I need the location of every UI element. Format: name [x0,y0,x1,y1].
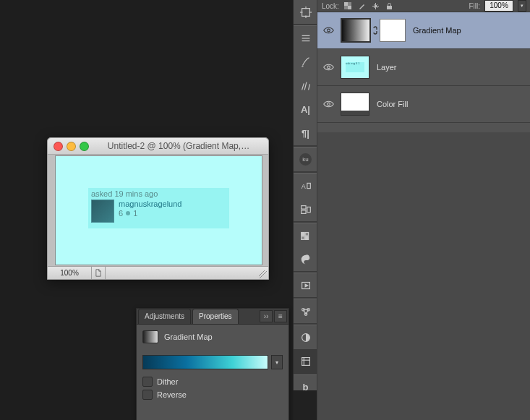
tab-adjustments[interactable]: Adjustments [138,309,191,324]
lock-position-icon[interactable] [371,1,380,11]
svg-text:A: A [301,182,305,189]
document-window: Untitled-2 @ 100% (Gradient Map,… asked … [47,137,269,280]
svg-rect-12 [307,207,310,212]
para-styles-icon[interactable] [294,197,317,221]
kuler-icon[interactable]: ku [294,147,317,171]
link-icon[interactable] [372,26,378,35]
panel-menu-icon[interactable]: ≡ [274,310,287,322]
badge-count: 1 [133,209,137,218]
adjustments-icon[interactable] [294,325,317,349]
window-titlebar[interactable]: Untitled-2 @ 100% (Gradient Map,… [48,138,268,155]
layer-thumb-icon[interactable] [341,93,369,116]
gradient-dropdown[interactable]: ▾ [271,355,283,369]
status-bar: 100% [48,266,268,279]
document-info-icon[interactable] [92,267,106,279]
layer-name[interactable]: Layer [377,63,397,72]
character-panel-icon[interactable]: A| [294,98,317,121]
layer-thumb-icon[interactable] [341,18,371,43]
layer-row[interactable]: Color Fill [317,86,530,123]
svg-point-34 [327,29,330,32]
collapse-icon[interactable]: ›› [260,310,273,322]
layer-row[interactable]: Gradient Map [317,12,530,49]
brushes-panel-icon[interactable] [294,74,317,98]
fill-input[interactable]: 100% [484,0,513,12]
svg-marker-18 [305,284,308,287]
svg-rect-32 [344,6,348,9]
properties-title: Gradient Map [164,333,213,341]
user-card: asked 19 mins ago magnuskragelund 6 1 [88,188,229,228]
behance-icon[interactable]: b [294,375,317,399]
resize-grip-icon[interactable] [259,270,267,278]
svg-rect-16 [305,236,309,239]
properties-panel: Adjustments Properties ›› ≡ Gradient Map… [136,308,289,420]
minimize-icon[interactable] [67,142,76,151]
svg-rect-13 [301,232,304,236]
svg-point-35 [327,66,330,69]
lock-label: Lock: [322,2,339,10]
badge-dot-icon [126,211,130,215]
lock-transparency-icon[interactable] [343,1,353,11]
layers-empty-area[interactable] [317,132,530,420]
paragraph-panel-icon[interactable]: ¶| [294,121,317,145]
svg-rect-31 [348,2,351,6]
zoom-icon[interactable] [80,142,89,151]
char-styles-icon[interactable]: A [294,173,317,197]
svg-rect-9 [307,183,310,188]
svg-rect-29 [344,2,348,6]
visibility-toggle[interactable] [317,63,339,72]
dither-label: Dither [157,377,178,386]
layer-thumb-icon[interactable]: ask mg 6 1 [341,56,369,79]
layer-row[interactable]: ask mg 6 1 Layer [317,49,530,86]
svg-rect-33 [387,6,392,9]
visibility-toggle[interactable] [317,26,339,35]
svg-rect-26 [302,357,309,365]
svg-point-36 [327,103,330,106]
layers-panel: Lock: Fill: 100% ▾ Gradient Map ask mg 6… [317,0,530,420]
asked-time: asked 19 mins ago [91,189,226,198]
reverse-label: Reverse [157,390,187,399]
artboard-tool-icon[interactable] [294,0,317,24]
layers-comps-icon[interactable] [294,299,317,323]
tab-properties[interactable]: Properties [192,309,239,324]
gradient-preview[interactable] [142,355,268,369]
svg-rect-10 [301,205,305,209]
layer-name[interactable]: Gradient Map [413,26,461,35]
swatches-icon[interactable] [294,223,317,247]
tool-strip: A| ¶| ku A b [293,0,318,390]
svg-rect-14 [305,232,309,236]
close-icon[interactable] [54,142,63,151]
lock-pixels-icon[interactable] [357,1,367,11]
gradient-map-thumb-icon [142,330,158,343]
username: magnuskragelund [119,200,181,208]
canvas[interactable]: asked 19 mins ago magnuskragelund 6 1 [55,155,262,265]
svg-rect-15 [301,236,304,239]
zoom-level[interactable]: 100% [48,267,92,279]
lock-bar: Lock: Fill: 100% ▾ [317,0,530,12]
dither-checkbox[interactable] [142,377,153,387]
lock-all-icon[interactable] [385,1,394,11]
svg-rect-0 [302,8,309,16]
color-icon[interactable] [294,247,317,271]
brush-tool-icon[interactable] [294,50,317,74]
visibility-toggle[interactable] [317,100,339,108]
fill-label: Fill: [469,2,480,10]
reverse-checkbox[interactable] [142,390,153,400]
avatar [91,200,114,223]
svg-rect-30 [348,6,351,9]
reputation: 6 [119,209,123,218]
layer-mask-icon[interactable] [380,19,406,42]
actions-icon[interactable] [294,273,317,297]
fill-dropdown[interactable]: ▾ [518,0,526,12]
menu-icon[interactable] [294,26,317,50]
svg-rect-11 [301,210,305,213]
layer-name[interactable]: Color Fill [377,100,408,108]
properties-icon[interactable] [294,349,317,373]
window-title: Untitled-2 @ 100% (Gradient Map,… [89,141,268,151]
